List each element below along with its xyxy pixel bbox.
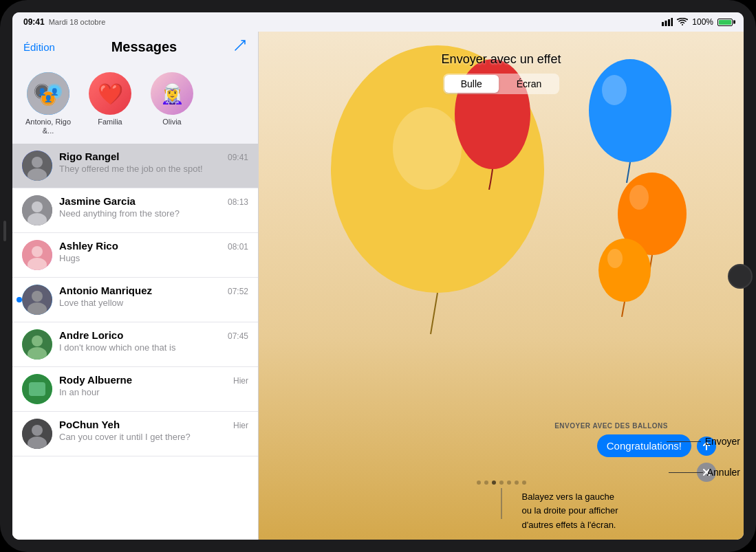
contact-avatar-familia: ❤️ bbox=[89, 72, 131, 115]
message-item-andre[interactable]: Andre Lorico 07:45 I don't know which on… bbox=[12, 322, 258, 367]
balloon-orange-small bbox=[596, 234, 654, 317]
svg-rect-2 bbox=[668, 19, 670, 26]
message-preview-andre: I don't know which one that is bbox=[59, 342, 248, 354]
svg-point-18 bbox=[32, 201, 43, 212]
page-dot-2 bbox=[484, 481, 488, 485]
ipad-frame: 09:41 Mardi 18 octobre 100% bbox=[0, 0, 756, 552]
message-item-pochun[interactable]: PoChun Yeh Hier Can you cover it until I… bbox=[12, 412, 258, 456]
panel-header: Édition Messages bbox=[12, 32, 258, 67]
contact-name-antonio: Antonio, Rigo &... bbox=[21, 118, 76, 135]
message-time-pochun: Hier bbox=[233, 421, 248, 430]
status-date: Mardi 18 octobre bbox=[49, 18, 106, 26]
message-preview-pochun: Can you cover it until I get there? bbox=[59, 432, 248, 443]
bottom-annotation: Balayez vers la gaucheou la droite pour … bbox=[522, 490, 618, 533]
main-content: Édition Messages bbox=[12, 32, 744, 540]
message-item-ashley[interactable]: Ashley Rico 08:01 Hugs bbox=[12, 233, 258, 278]
page-dot-7 bbox=[522, 481, 526, 485]
page-dot-1 bbox=[477, 481, 481, 485]
avatar-antonio bbox=[22, 285, 52, 315]
message-time-andre: 07:45 bbox=[228, 331, 248, 341]
battery-icon bbox=[717, 19, 733, 26]
battery-percent: 100% bbox=[692, 17, 713, 27]
avatar-jasmine bbox=[22, 195, 52, 225]
annotation-annuler: Annuler bbox=[669, 467, 740, 478]
page-dot-6 bbox=[515, 481, 519, 485]
avatar-andre bbox=[22, 329, 52, 360]
svg-point-40 bbox=[629, 185, 649, 210]
message-info-jasmine: Jasmine Garcia 08:13 Need anything from … bbox=[59, 195, 248, 220]
pinned-contact-olivia[interactable]: 🧝‍♀️ Olivia bbox=[144, 72, 199, 135]
svg-point-21 bbox=[32, 246, 43, 257]
status-bar: 09:41 Mardi 18 octobre 100% bbox=[12, 12, 744, 32]
page-dots bbox=[477, 481, 526, 485]
svg-point-15 bbox=[32, 157, 43, 168]
home-button[interactable] bbox=[728, 264, 753, 289]
svg-rect-30 bbox=[29, 382, 45, 396]
effect-header: Envoyer avec un effet Bulle Écran bbox=[442, 52, 561, 94]
signal-icon bbox=[662, 18, 673, 26]
message-item-jasmine[interactable]: Jasmine Garcia 08:13 Need anything from … bbox=[12, 188, 258, 233]
edit-button[interactable]: Édition bbox=[23, 41, 55, 53]
svg-point-42 bbox=[607, 249, 623, 268]
message-item-rody[interactable]: Rody Albuerne Hier In an hour bbox=[12, 367, 258, 412]
svg-point-41 bbox=[598, 239, 651, 302]
annotation-text-annuler: Annuler bbox=[707, 467, 740, 478]
wifi-icon bbox=[677, 18, 688, 26]
message-name-andre: Andre Lorico bbox=[59, 329, 123, 341]
pinned-contact-familia[interactable]: ❤️ Familia bbox=[83, 72, 138, 135]
message-info-antonio: Antonio Manriquez 07:52 Love that yellow bbox=[59, 285, 248, 309]
message-info-rody: Rody Albuerne Hier In an hour bbox=[59, 374, 248, 399]
message-name-rody: Rody Albuerne bbox=[59, 374, 132, 386]
svg-rect-1 bbox=[665, 21, 667, 26]
effect-tabs: Bulle Écran bbox=[443, 74, 560, 94]
message-info-pochun: PoChun Yeh Hier Can you cover it until I… bbox=[59, 419, 248, 443]
message-name-rigo: Rigo Rangel bbox=[59, 151, 120, 162]
message-preview-antonio: Love that yellow bbox=[59, 298, 248, 309]
status-time: 09:41 bbox=[23, 17, 45, 27]
effect-tab-ecran[interactable]: Écran bbox=[500, 75, 559, 93]
messages-panel: Édition Messages bbox=[12, 32, 259, 540]
pinned-contact-antonio[interactable]: 👤 👤 👤 Antonio, Rigo &... bbox=[21, 72, 76, 135]
message-time-rody: Hier bbox=[233, 376, 248, 386]
ipad-screen: 09:41 Mardi 18 octobre 100% bbox=[12, 12, 744, 540]
effect-panel: Envoyer avec un effet Bulle Écran ENVOYE… bbox=[259, 32, 744, 540]
message-preview-rody: In an hour bbox=[59, 387, 248, 399]
message-preview-rigo: They offered me the job on the spot! bbox=[59, 164, 248, 175]
avatar-ashley bbox=[22, 240, 52, 270]
message-info-rigo: Rigo Rangel 09:41 They offered me the jo… bbox=[59, 151, 248, 175]
svg-rect-0 bbox=[662, 22, 664, 26]
compose-button[interactable] bbox=[233, 38, 247, 56]
contact-name-olivia: Olivia bbox=[162, 118, 182, 126]
message-item-antonio[interactable]: Antonio Manriquez 07:52 Love that yellow bbox=[12, 278, 258, 322]
effect-tab-bulle[interactable]: Bulle bbox=[444, 75, 499, 93]
page-dot-4 bbox=[499, 481, 504, 485]
svg-point-38 bbox=[602, 75, 627, 105]
message-time-jasmine: 08:13 bbox=[228, 197, 248, 207]
page-dot-3 bbox=[492, 481, 496, 485]
svg-point-37 bbox=[589, 59, 671, 162]
annotation-envoyer: Envoyer bbox=[667, 436, 740, 447]
message-time-ashley: 08:01 bbox=[228, 242, 248, 252]
message-name-jasmine: Jasmine Garcia bbox=[59, 195, 136, 207]
message-info-andre: Andre Lorico 07:45 I don't know which on… bbox=[59, 329, 248, 354]
effect-title: Envoyer avec un effet bbox=[442, 52, 561, 67]
contact-avatar-antonio: 👤 👤 👤 bbox=[27, 72, 69, 115]
panel-title: Messages bbox=[111, 39, 177, 55]
message-name-pochun: PoChun Yeh bbox=[59, 419, 120, 430]
svg-point-32 bbox=[32, 425, 43, 436]
contact-avatar-olivia: 🧝‍♀️ bbox=[151, 72, 193, 115]
bottom-annotation-text: Balayez vers la gaucheou la droite pour … bbox=[522, 492, 618, 531]
avatar-rigo bbox=[22, 151, 52, 181]
contact-name-familia: Familia bbox=[98, 118, 122, 126]
side-button[interactable] bbox=[3, 221, 6, 241]
svg-point-24 bbox=[32, 291, 43, 302]
annotation-line-annuler bbox=[669, 472, 703, 473]
svg-rect-3 bbox=[671, 18, 673, 26]
message-preview-jasmine: Need anything from the store? bbox=[59, 208, 248, 220]
message-name-ashley: Ashley Rico bbox=[59, 240, 118, 252]
message-item-rigo[interactable]: Rigo Rangel 09:41 They offered me the jo… bbox=[12, 144, 258, 188]
message-time-antonio: 07:52 bbox=[228, 287, 248, 296]
avatar-pochun bbox=[22, 419, 52, 449]
annotation-line-envoyer bbox=[667, 441, 701, 442]
svg-text:👤: 👤 bbox=[44, 94, 53, 103]
